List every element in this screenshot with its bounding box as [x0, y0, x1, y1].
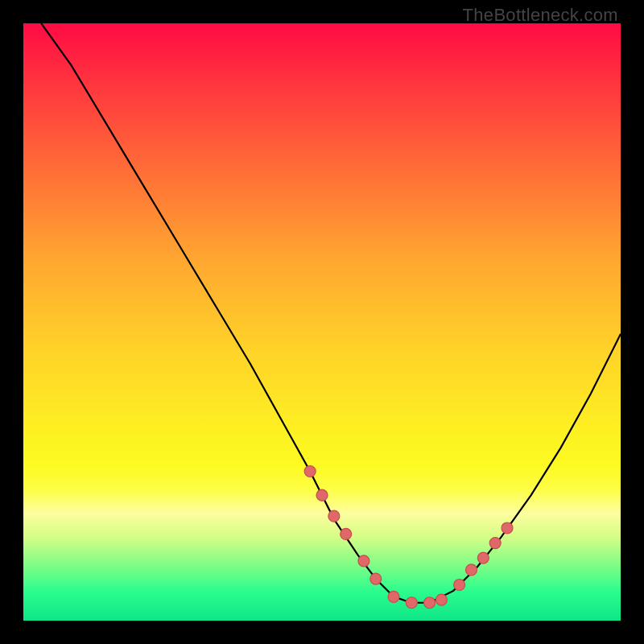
- chart-marker: [388, 591, 399, 602]
- chart-marker: [358, 555, 369, 567]
- chart-marker: [316, 489, 328, 501]
- chart-plot-area: [23, 23, 621, 621]
- watermark-text: TheBottleneck.com: [463, 5, 618, 26]
- chart-marker: [454, 579, 465, 590]
- chart-markers: [304, 466, 513, 609]
- bottleneck-curve: [41, 23, 621, 603]
- chart-marker: [477, 552, 489, 564]
- chart-marker: [436, 594, 447, 605]
- chart-outer-frame: TheBottleneck.com: [0, 0, 644, 644]
- chart-marker: [341, 528, 352, 539]
- chart-marker: [370, 573, 382, 584]
- chart-marker: [304, 466, 316, 477]
- chart-svg-layer: [23, 23, 621, 621]
- chart-marker: [466, 564, 477, 576]
- chart-marker: [406, 597, 417, 609]
- chart-marker: [424, 597, 436, 609]
- chart-marker: [489, 538, 501, 549]
- chart-marker: [328, 510, 340, 522]
- chart-marker: [502, 522, 513, 534]
